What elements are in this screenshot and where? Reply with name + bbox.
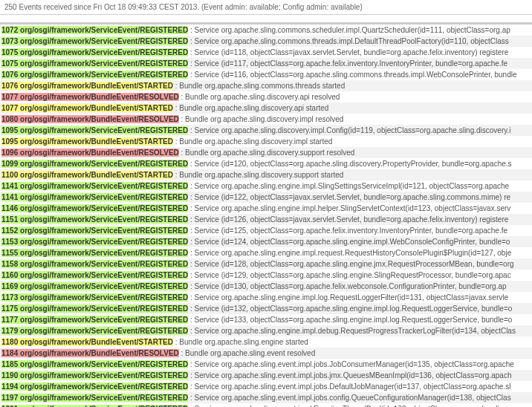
event-message: : Bundle org.apache.sling.discovery.impl… bbox=[173, 137, 332, 146]
event-index: 1099 bbox=[1, 160, 18, 168]
event-topic: org/osgi/framework/ServiceEvent/REGISTER… bbox=[18, 271, 188, 279]
event-index: 1077 bbox=[1, 104, 18, 112]
event-row[interactable]: 1095 org/osgi/framework/ServiceEvent/REG… bbox=[0, 125, 532, 136]
event-topic: org/osgi/framework/ServiceEvent/REGISTER… bbox=[18, 227, 188, 235]
event-row[interactable]: 1177 org/osgi/framework/ServiceEvent/REG… bbox=[0, 314, 532, 325]
event-message: : Service (id=125, objectClass=org.apach… bbox=[188, 227, 507, 235]
event-row[interactable]: 1175 org/osgi/framework/ServiceEvent/REG… bbox=[0, 303, 532, 314]
event-index: 1152 bbox=[1, 227, 18, 235]
event-index: 1080 bbox=[1, 115, 18, 123]
event-row[interactable]: 1173 org/osgi/framework/ServiceEvent/REG… bbox=[0, 292, 532, 303]
event-row[interactable]: 1155 org/osgi/framework/ServiceEvent/REG… bbox=[0, 247, 532, 258]
event-topic: org/osgi/framework/ServiceEvent/REGISTER… bbox=[18, 327, 188, 335]
event-message: : Service (id=122, objectClass=javax.ser… bbox=[188, 193, 510, 201]
event-message: : Bundle org.apache.sling.commons.thread… bbox=[173, 82, 345, 90]
event-row[interactable]: 1152 org/osgi/framework/ServiceEvent/REG… bbox=[0, 225, 532, 236]
event-message: : Service (id=128, objectClass=org.apach… bbox=[188, 260, 513, 268]
event-message: : Service (id=117, objectClass=org.apach… bbox=[188, 59, 507, 68]
event-topic: org/osgi/framework/ServiceEvent/REGISTER… bbox=[18, 126, 188, 134]
event-row[interactable]: 1095 org/osgi/framework/BundleEvent/STAR… bbox=[0, 136, 532, 147]
event-message: : Bundle org.apache.sling.discovery.supp… bbox=[179, 149, 355, 157]
event-row[interactable]: 1184 org/osgi/framework/BundleEvent/RESO… bbox=[0, 348, 532, 359]
event-topic: org/osgi/framework/ServiceEvent/REGISTER… bbox=[18, 360, 188, 368]
event-topic: org/osgi/framework/ServiceEvent/REGISTER… bbox=[18, 316, 188, 324]
event-row[interactable]: 1141 org/osgi/framework/ServiceEvent/REG… bbox=[0, 192, 532, 203]
event-index: 1177 bbox=[1, 316, 18, 324]
event-topic: org/osgi/framework/ServiceEvent/REGISTER… bbox=[18, 215, 188, 224]
event-topic: org/osgi/framework/ServiceEvent/REGISTER… bbox=[18, 394, 188, 402]
event-index: 1095 bbox=[1, 137, 18, 146]
event-row[interactable]: 1077 org/osgi/framework/BundleEvent/RESO… bbox=[0, 91, 532, 102]
event-message: : Service org.apache.sling.engine.impl.h… bbox=[188, 204, 510, 212]
event-row[interactable]: 1179 org/osgi/framework/ServiceEvent/REG… bbox=[0, 325, 532, 336]
event-row[interactable]: 1146 org/osgi/framework/ServiceEvent/REG… bbox=[0, 203, 532, 214]
event-index: 1175 bbox=[1, 305, 18, 313]
event-message: : Service (id=116, objectClass=org.apach… bbox=[188, 71, 516, 79]
event-topic: org/osgi/framework/ServiceEvent/REGISTER… bbox=[18, 382, 188, 391]
event-row[interactable]: 1190 org/osgi/framework/ServiceEvent/REG… bbox=[0, 370, 532, 381]
event-index: 1160 bbox=[1, 271, 18, 279]
event-row[interactable]: 1158 org/osgi/framework/ServiceEvent/REG… bbox=[0, 258, 532, 270]
event-topic: org/osgi/framework/ServiceEvent/REGISTER… bbox=[18, 305, 188, 313]
event-row[interactable]: 1075 org/osgi/framework/ServiceEvent/REG… bbox=[0, 47, 532, 58]
event-topic: org/osgi/framework/ServiceEvent/REGISTER… bbox=[18, 71, 188, 79]
event-message: : Service org.apache.sling.discovery.imp… bbox=[188, 126, 510, 134]
event-topic: org/osgi/framework/ServiceEvent/REGISTER… bbox=[18, 59, 188, 68]
event-topic: org/osgi/framework/ServiceEvent/REGISTER… bbox=[18, 26, 188, 34]
event-index: 1073 bbox=[1, 37, 18, 45]
event-message: : Service (id=124, objectClass=org.apach… bbox=[188, 238, 510, 246]
event-topic: org/osgi/framework/BundleEvent/RESOLVED bbox=[18, 149, 179, 157]
event-row[interactable]: 1075 org/osgi/framework/ServiceEvent/REG… bbox=[0, 58, 532, 69]
event-row[interactable]: 1076 org/osgi/framework/BundleEvent/STAR… bbox=[0, 80, 532, 91]
event-row[interactable]: 1160 org/osgi/framework/ServiceEvent/REG… bbox=[0, 270, 532, 281]
event-message: : Service (id=130, objectClass=org.apach… bbox=[188, 282, 506, 290]
event-index: 1096 bbox=[1, 149, 18, 157]
event-row[interactable]: 1099 org/osgi/framework/ServiceEvent/REG… bbox=[0, 158, 532, 169]
event-index: 1185 bbox=[1, 360, 18, 368]
event-index: 1076 bbox=[1, 71, 18, 79]
event-row[interactable]: 1072 org/osgi/framework/ServiceEvent/REG… bbox=[0, 25, 532, 36]
event-row[interactable]: 1080 org/osgi/framework/BundleEvent/RESO… bbox=[0, 114, 532, 125]
event-message: : Service org.apache.sling.event.impl.jo… bbox=[188, 394, 510, 402]
events-header: 250 Events received since Fri Oct 18 09:… bbox=[0, 0, 532, 15]
event-index: 1169 bbox=[1, 282, 18, 290]
event-index: 1095 bbox=[1, 126, 18, 134]
event-message: : Service org.apache.sling.commons.threa… bbox=[188, 37, 509, 45]
event-index: 1184 bbox=[1, 349, 18, 357]
event-row[interactable]: 1197 org/osgi/framework/ServiceEvent/REG… bbox=[0, 392, 532, 403]
event-row[interactable]: 1073 org/osgi/framework/ServiceEvent/REG… bbox=[0, 36, 532, 47]
event-row[interactable]: 1096 org/osgi/framework/BundleEvent/RESO… bbox=[0, 147, 532, 158]
event-row[interactable]: 1201 org/osgi/framework/ServiceEvent/REG… bbox=[0, 403, 532, 407]
event-row[interactable]: 1169 org/osgi/framework/ServiceEvent/REG… bbox=[0, 281, 532, 292]
event-row[interactable]: 1180 org/osgi/framework/BundleEvent/STAR… bbox=[0, 336, 532, 348]
event-topic: org/osgi/framework/ServiceEvent/REGISTER… bbox=[18, 204, 188, 212]
event-index: 1076 bbox=[1, 82, 18, 90]
event-topic: org/osgi/framework/ServiceEvent/REGISTER… bbox=[18, 293, 188, 302]
event-row[interactable]: 1077 org/osgi/framework/BundleEvent/STAR… bbox=[0, 102, 532, 114]
event-message: : Service org.apache.sling.event.impl.jo… bbox=[188, 360, 514, 368]
event-topic: org/osgi/framework/BundleEvent/STARTED bbox=[18, 171, 173, 179]
event-message: : Service org.apache.sling.engine.impl.r… bbox=[188, 249, 511, 257]
event-message: : Bundle org.apache.sling.discovery.supp… bbox=[173, 171, 343, 179]
event-row[interactable]: 1141 org/osgi/framework/ServiceEvent/REG… bbox=[0, 180, 532, 192]
event-row[interactable]: 1194 org/osgi/framework/ServiceEvent/REG… bbox=[0, 381, 532, 392]
event-row[interactable]: 1153 org/osgi/framework/ServiceEvent/REG… bbox=[0, 236, 532, 247]
event-row[interactable]: 1151 org/osgi/framework/ServiceEvent/REG… bbox=[0, 214, 532, 225]
event-message: : Bundle org.apache.sling.discovery.api … bbox=[179, 93, 340, 101]
event-row[interactable]: 1100 org/osgi/framework/BundleEvent/STAR… bbox=[0, 169, 532, 180]
event-index: 1151 bbox=[1, 215, 18, 224]
event-index: 1072 bbox=[1, 26, 18, 34]
event-message: : Bundle org.apache.sling.event resolved bbox=[179, 349, 315, 357]
event-index: 1146 bbox=[1, 204, 18, 212]
event-index: 1100 bbox=[1, 171, 18, 179]
event-topic: org/osgi/framework/ServiceEvent/REGISTER… bbox=[18, 37, 188, 45]
event-topic: org/osgi/framework/ServiceEvent/REGISTER… bbox=[18, 48, 188, 56]
event-row[interactable]: 1185 org/osgi/framework/ServiceEvent/REG… bbox=[0, 359, 532, 370]
event-message: : Bundle org.apache.sling.discovery.api … bbox=[173, 104, 328, 112]
event-message: : Service (id=118, objectClass=javax.ser… bbox=[188, 48, 508, 56]
event-row[interactable]: 1076 org/osgi/framework/ServiceEvent/REG… bbox=[0, 69, 532, 80]
events-header-text: 250 Events received since Fri Oct 18 09:… bbox=[4, 3, 363, 11]
event-message: : Service (id=129, objectClass=org.apach… bbox=[188, 271, 510, 279]
event-index: 1158 bbox=[1, 260, 18, 268]
event-message: : Service org.apache.sling.engine.impl.l… bbox=[188, 293, 508, 302]
